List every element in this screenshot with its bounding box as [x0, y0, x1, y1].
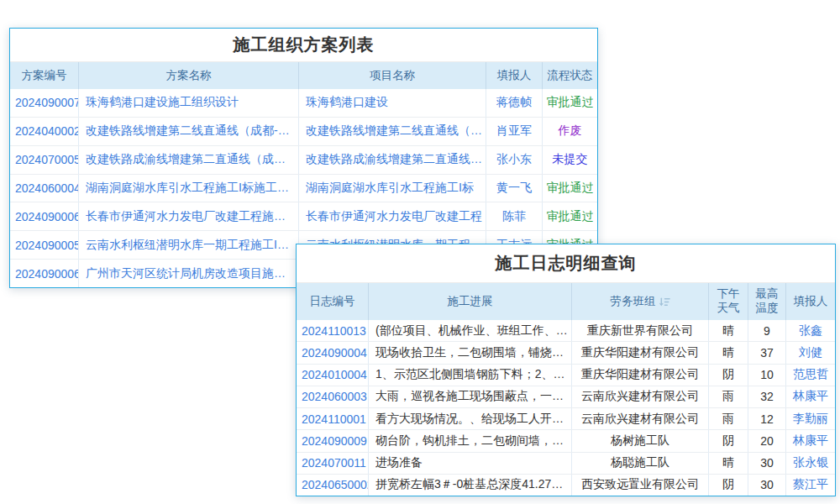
cell-project-name[interactable]: 长春市伊通河水力发电厂改建工程	[299, 202, 486, 230]
status-badge: 作废	[543, 118, 597, 145]
cell-max-temp: 32	[748, 386, 786, 407]
col-header-weather: 下午 天气	[709, 283, 748, 320]
cell-log-id[interactable]: 2024110001	[297, 408, 369, 429]
cell-plan-id[interactable]: 2024090006	[10, 260, 79, 287]
log-table-row[interactable]: 2024070011 进场准备 杨聪施工队 晴 30 张永银	[297, 453, 835, 475]
cell-log-reporter[interactable]: 张鑫	[786, 320, 835, 341]
col-header-plan-status: 流程状态	[543, 62, 597, 89]
log-table-row[interactable]: 2024110001 看方大现场情况。、给现场工人开会，整... 云南欣兴建材有…	[297, 408, 835, 430]
log-table-row[interactable]: 2024090004 现场收拾卫生，二包砌围墙，铺烧结砖，... 重庆华阳建材有…	[297, 342, 835, 364]
log-table-row[interactable]: 20240650002 拼宽桥左幅3＃-0桩基总深度41.275.今日进... …	[297, 475, 835, 496]
cell-log-reporter[interactable]: 林康平	[786, 430, 835, 451]
plan-table-row[interactable]: 2024070005 改建铁路成渝线增建第二直通线（成渝枢纽）... 改建铁路成…	[10, 146, 597, 175]
cell-plan-name[interactable]: 广州市天河区统计局机房改造项目施工组织设计	[79, 260, 299, 287]
progress-text: 拼宽桥左幅3＃-0桩基总深度41.275.今日进...	[375, 477, 568, 492]
cell-team: 云南欣兴建材有限公司	[572, 408, 709, 429]
plan-name-text: 长春市伊通河水力发电厂改建工程施工组织设计	[86, 209, 295, 224]
col-header-plan-id: 方案编号	[10, 62, 79, 89]
cell-log-reporter[interactable]: 范思哲	[786, 365, 835, 386]
sort-icon[interactable]	[659, 297, 670, 307]
team-header-label: 劳务班组	[611, 295, 656, 309]
cell-team: 西安致远置业有限公司	[572, 475, 709, 496]
cell-log-id[interactable]: 2024090004	[297, 342, 369, 363]
cell-weather: 阴	[709, 475, 748, 496]
plan-table-row[interactable]: 2024090006 长春市伊通河水力发电厂改建工程施工组织设计 长春市伊通河水…	[10, 202, 597, 231]
cell-log-id[interactable]: 2024090009	[297, 430, 369, 451]
progress-text: 现场收拾卫生，二包砌围墙，铺烧结砖，...	[375, 345, 568, 360]
project-name-text: 珠海鹤港口建设	[306, 95, 388, 110]
cell-progress: 现场收拾卫生，二包砌围墙，铺烧结砖，...	[369, 342, 572, 363]
cell-weather: 晴	[709, 453, 748, 474]
cell-project-name[interactable]: 改建铁路线增建第二线直通线（成都-西安...	[299, 118, 486, 145]
cell-plan-id[interactable]: 2024090006	[10, 202, 79, 230]
status-badge: 未提交	[543, 146, 597, 174]
cell-plan-reporter[interactable]: 蒋德帧	[486, 89, 543, 117]
cell-log-id[interactable]: 2024060003	[297, 386, 369, 407]
log-table-row[interactable]: 2024010004 1、示范区北侧围墙钢筋下料；2、围墙地... 重庆华阳建材…	[297, 365, 835, 386]
cell-weather: 雨	[709, 386, 748, 407]
col-header-progress: 施工进展	[369, 283, 572, 320]
cell-plan-id[interactable]: 2024090007	[10, 89, 79, 117]
cell-plan-name[interactable]: 云南水利枢纽潜明水库一期工程施工I标施工组...	[79, 231, 299, 259]
cell-plan-id[interactable]: 2024070005	[10, 146, 79, 174]
log-table-row[interactable]: 2024060003 大雨，巡视各施工现场围蔽点，一切正常... 云南欣兴建材有…	[297, 386, 835, 408]
cell-log-id[interactable]: 20240650002	[297, 475, 369, 496]
cell-log-reporter[interactable]: 刘健	[786, 342, 835, 363]
cell-max-temp: 30	[748, 475, 786, 496]
cell-plan-name[interactable]: 珠海鹤港口建设施工组织设计	[79, 89, 299, 117]
cell-log-id[interactable]: 2024070011	[297, 453, 369, 474]
cell-plan-name[interactable]: 改建铁路线增建第二线直通线（成都-西安）...	[79, 118, 299, 145]
cell-max-temp: 9	[748, 320, 786, 341]
status-badge: 审批通过	[543, 202, 597, 230]
cell-team: 重庆华阳建材有限公司	[572, 365, 709, 386]
cell-plan-name[interactable]: 长春市伊通河水力发电厂改建工程施工组织设计	[79, 202, 299, 230]
cell-weather: 雨	[709, 408, 748, 429]
plan-table-row[interactable]: 2024090007 珠海鹤港口建设施工组织设计 珠海鹤港口建设 蒋德帧 审批通…	[10, 89, 597, 118]
cell-progress: 大雨，巡视各施工现场围蔽点，一切正常...	[369, 386, 572, 407]
cell-plan-name[interactable]: 改建铁路成渝线增建第二直通线（成渝枢纽）...	[79, 146, 299, 174]
status-badge: 审批通过	[543, 89, 597, 117]
col-header-max-temp: 最高 温度	[748, 283, 786, 320]
cell-progress: 砌台阶，钩机排土，二包砌间墙，晚间加...	[369, 430, 572, 451]
cell-log-reporter[interactable]: 张永银	[786, 453, 835, 474]
log-table-row[interactable]: 2024110013 (部位项目、机械作业、班组工作、生产... 重庆新世界有限…	[297, 320, 835, 342]
log-table-row[interactable]: 2024090009 砌台阶，钩机排土，二包砌间墙，晚间加... 杨树施工队 阴…	[297, 430, 835, 452]
cell-max-temp: 37	[748, 342, 786, 363]
plan-name-text: 改建铁路成渝线增建第二直通线（成渝枢纽）...	[86, 152, 295, 167]
cell-project-name[interactable]: 珠海鹤港口建设	[299, 89, 486, 117]
cell-project-name[interactable]: 湖南洞庭湖水库引水工程施工I标	[299, 175, 486, 202]
cell-weather: 晴	[709, 320, 748, 341]
cell-log-reporter[interactable]: 李勤丽	[786, 408, 835, 429]
cell-plan-id[interactable]: 2024060004	[10, 175, 79, 202]
cell-plan-reporter[interactable]: 黄一飞	[486, 175, 543, 202]
progress-text: 1、示范区北侧围墙钢筋下料；2、围墙地...	[375, 367, 568, 382]
progress-text: 进场准备	[375, 455, 423, 470]
cell-plan-name[interactable]: 湖南洞庭湖水库引水工程施工I标施工组织设计	[79, 175, 299, 202]
cell-project-name[interactable]: 改建铁路成渝线增建第二直通线（成渝枢...	[299, 146, 486, 174]
log-panel-title: 施工日志明细查询	[297, 244, 835, 283]
cell-log-id[interactable]: 2024110013	[297, 320, 369, 341]
project-name-text: 改建铁路线增建第二线直通线（成都-西安...	[306, 123, 482, 139]
col-header-log-reporter: 填报人	[786, 283, 835, 320]
cell-plan-id[interactable]: 2024090005	[10, 231, 79, 259]
plan-panel-title: 施工组织方案列表	[10, 29, 597, 62]
cell-progress: (部位项目、机械作业、班组工作、生产...	[369, 320, 572, 341]
cell-plan-reporter[interactable]: 陈菲	[486, 202, 543, 230]
cell-log-reporter[interactable]: 蔡江平	[786, 475, 835, 496]
cell-progress: 看方大现场情况。、给现场工人开会，整...	[369, 408, 572, 429]
cell-plan-reporter[interactable]: 张小东	[486, 146, 543, 174]
plan-table-row[interactable]: 2024040002 改建铁路线增建第二线直通线（成都-西安）... 改建铁路线…	[10, 118, 597, 146]
plan-table-row[interactable]: 2024060004 湖南洞庭湖水库引水工程施工I标施工组织设计 湖南洞庭湖水库…	[10, 175, 597, 203]
cell-progress: 拼宽桥左幅3＃-0桩基总深度41.275.今日进...	[369, 475, 572, 496]
cell-team: 重庆华阳建材有限公司	[572, 342, 709, 363]
cell-max-temp: 10	[748, 365, 786, 386]
status-badge: 审批通过	[543, 175, 597, 202]
cell-team: 云南欣兴建材有限公司	[572, 386, 709, 407]
plan-name-text: 湖南洞庭湖水库引水工程施工I标施工组织设计	[86, 181, 295, 196]
cell-log-reporter[interactable]: 林康平	[786, 386, 835, 407]
progress-text: 砌台阶，钩机排土，二包砌间墙，晚间加...	[375, 433, 568, 449]
col-header-team[interactable]: 劳务班组	[572, 283, 709, 320]
cell-log-id[interactable]: 2024010004	[297, 365, 369, 386]
cell-plan-reporter[interactable]: 肖亚军	[486, 118, 543, 145]
cell-plan-id[interactable]: 2024040002	[10, 118, 79, 145]
